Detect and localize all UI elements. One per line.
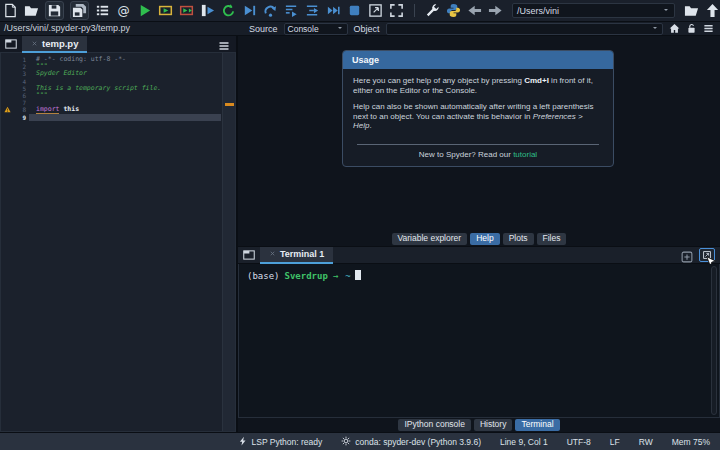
code-line[interactable]: 6""": [1, 92, 221, 99]
right-column: Usage Here you can get help of any objec…: [238, 36, 720, 432]
browse-tabs-icon[interactable]: [243, 249, 255, 261]
code-line[interactable]: 8import this: [1, 106, 221, 113]
code-text: This is a temporary script file.: [29, 85, 221, 92]
terminal-header-icons: [681, 248, 720, 262]
tab-files[interactable]: Files: [537, 233, 567, 245]
chevron-down-icon: [662, 6, 670, 16]
tab-plots[interactable]: Plots: [503, 233, 534, 245]
editor-tab-temp-py[interactable]: temp.py: [22, 36, 87, 53]
close-icon[interactable]: [31, 38, 38, 49]
editor-options-icon[interactable]: [218, 38, 230, 50]
code-line[interactable]: 3Spyder Editor: [1, 70, 221, 77]
browse-tabs-icon[interactable]: [5, 38, 17, 50]
close-icon[interactable]: [269, 249, 276, 259]
run-icon[interactable]: [137, 3, 152, 18]
editor-canvas[interactable]: 1# -*- coding: utf-8 -*-2"""3Spyder Edit…: [0, 53, 236, 432]
options-menu-icon[interactable]: [703, 23, 714, 34]
terminal-tab[interactable]: Terminal 1: [260, 247, 333, 264]
warning-flag-marker[interactable]: [225, 103, 234, 106]
back-icon[interactable]: [467, 3, 482, 18]
tutorial-link[interactable]: tutorial: [513, 150, 537, 159]
terminal-scrollbar[interactable]: [711, 266, 717, 415]
editor-pane: temp.py 1# -*- coding: utf-8 -*-2"""3Spy…: [0, 36, 238, 432]
gutter-cell: [1, 56, 14, 63]
maximize-pane-button[interactable]: [699, 248, 715, 262]
debug-continue-icon[interactable]: [326, 3, 341, 18]
tab-history[interactable]: History: [474, 419, 512, 431]
source-combo-value: Console: [288, 24, 319, 34]
line-number: 5: [14, 85, 29, 92]
source-combo[interactable]: Console: [284, 23, 348, 35]
terminal-pane: Terminal 1 (base)Sverdrup→~: [238, 246, 720, 418]
debug-step-over-icon[interactable]: [263, 3, 278, 18]
line-number: 6: [14, 92, 29, 99]
open-directory-icon[interactable]: [684, 3, 699, 18]
conda-status[interactable]: conda: spyder-dev (Python 3.9.6): [341, 436, 481, 448]
chevron-down-icon: [651, 24, 659, 34]
terminal-console[interactable]: (base)Sverdrup→~: [238, 264, 720, 418]
eol-status: LF: [610, 437, 620, 447]
up-directory-icon[interactable]: [705, 3, 720, 18]
run-cell-advance-icon[interactable]: [179, 3, 194, 18]
gutter-cell: [1, 63, 14, 70]
main-area: temp.py 1# -*- coding: utf-8 -*-2"""3Spy…: [0, 36, 720, 432]
run-cell-icon[interactable]: [158, 3, 173, 18]
editor-scroll-flag-column[interactable]: [222, 53, 235, 431]
gutter-cell: [1, 99, 14, 106]
code-line[interactable]: 5This is a temporary script file.: [1, 85, 221, 92]
tab-help[interactable]: Help: [470, 233, 499, 245]
object-label: Object: [354, 24, 380, 34]
debug-step-out-icon[interactable]: [305, 3, 320, 18]
line-number: 7: [14, 99, 29, 106]
unlock-icon[interactable]: [686, 23, 697, 34]
debug-file-icon[interactable]: [242, 3, 257, 18]
memory-status: Mem 75%: [672, 437, 710, 447]
conda-gear-icon: [341, 436, 351, 448]
working-directory-combo[interactable]: /Users/vini: [512, 3, 675, 18]
terminal-cursor: [355, 270, 361, 280]
warning-icon: [1, 106, 14, 113]
home-icon[interactable]: [669, 23, 680, 34]
run-selection-icon[interactable]: [200, 3, 215, 18]
debug-stop-icon[interactable]: [347, 3, 362, 18]
cursor-position-status: Line 9, Col 1: [500, 437, 548, 447]
code-line[interactable]: 9: [1, 114, 221, 121]
terminal-prompt-arrow: →: [333, 271, 338, 281]
usage-text: Here you can get help of any object by p…: [343, 69, 613, 137]
source-label: Source: [249, 24, 278, 34]
code-text: # -*- coding: utf-8 -*-: [29, 56, 221, 63]
new-terminal-icon[interactable]: [681, 249, 693, 261]
terminal-env: (base): [247, 271, 280, 281]
svg-text:@: @: [117, 4, 129, 18]
code-line[interactable]: 7: [1, 99, 221, 106]
working-directory-value: /Users/vini: [517, 6, 559, 16]
rerun-cell-icon[interactable]: [221, 3, 236, 18]
code-line[interactable]: 1# -*- coding: utf-8 -*-: [1, 56, 221, 63]
new-file-icon[interactable]: [3, 3, 18, 18]
code-text: """: [29, 92, 221, 99]
save-all-icon[interactable]: [70, 1, 89, 20]
editor-tabbar: temp.py: [0, 36, 236, 53]
python-path-icon[interactable]: [446, 3, 461, 18]
forward-icon[interactable]: [488, 3, 503, 18]
gutter-cell: [1, 114, 14, 121]
lsp-status: LSP Python: ready: [238, 436, 323, 448]
preferences-icon[interactable]: [425, 3, 440, 18]
save-icon[interactable]: [45, 1, 64, 20]
editor-code: 1# -*- coding: utf-8 -*-2"""3Spyder Edit…: [1, 53, 221, 121]
maximize-pane-icon[interactable]: [368, 3, 383, 18]
outline-explorer-icon[interactable]: [95, 3, 110, 18]
gutter-cell: [1, 70, 14, 77]
find-symbols-icon[interactable]: @: [116, 3, 131, 18]
usage-paragraph-2: Help can also be shown automatically aft…: [353, 102, 603, 131]
open-file-icon[interactable]: [24, 3, 39, 18]
toolbar-separator: [414, 4, 415, 17]
tab-variable-explorer[interactable]: Variable explorer: [392, 233, 468, 245]
object-combo[interactable]: [386, 23, 663, 35]
tab-ipython-console[interactable]: IPython console: [398, 419, 470, 431]
code-line[interactable]: 2""": [1, 63, 221, 70]
code-text: Spyder Editor: [29, 70, 221, 77]
debug-step-into-icon[interactable]: [284, 3, 299, 18]
tab-terminal[interactable]: Terminal: [515, 419, 559, 431]
fullscreen-icon[interactable]: [389, 3, 404, 18]
